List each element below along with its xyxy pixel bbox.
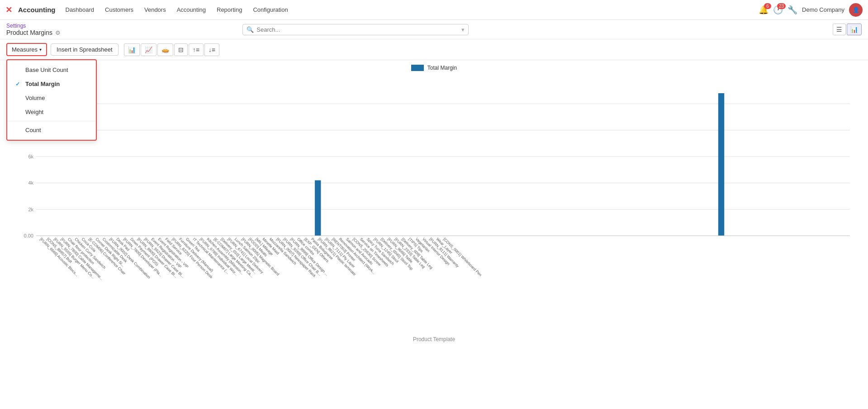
- wrench-icon: 🔧: [787, 5, 797, 15]
- list-view-btn[interactable]: ☰: [833, 24, 846, 35]
- chart-view-btn[interactable]: 📊: [847, 24, 862, 35]
- bar-chart-btn[interactable]: 📊: [124, 43, 140, 56]
- search-input[interactable]: [256, 26, 460, 33]
- activity-count: 23: [777, 3, 786, 9]
- nav-vendors[interactable]: Vendors: [140, 5, 171, 15]
- chart-area: Total Margin 0.002k4k6k8k10k[FURN_6666] …: [0, 60, 868, 344]
- svg-text:2k: 2k: [28, 207, 33, 212]
- measures-dropdown: Base Unit Count ✓ Total Margin Volume We…: [6, 59, 97, 141]
- dropdown-divider: [7, 121, 96, 121]
- brand-name: Accounting: [18, 6, 56, 14]
- dropdown-item-weight[interactable]: Weight: [7, 105, 96, 119]
- company-name: Demo Company: [802, 6, 844, 13]
- brand-logo: ✕ Accounting: [5, 5, 56, 15]
- search-dropdown-icon[interactable]: ▾: [461, 26, 465, 33]
- search-bar: 🔍 ▾: [242, 24, 469, 35]
- dropdown-item-total-margin[interactable]: ✓ Total Margin: [7, 77, 96, 91]
- breadcrumb: Settings Product Margins ⚙: [6, 23, 61, 36]
- chart-svg-container: 0.002k4k6k8k10k[FURN_6666] Acoustic Bloc…: [9, 73, 859, 335]
- breadcrumb-current: Product Margins ⚙: [6, 29, 61, 36]
- svg-text:4k: 4k: [28, 180, 33, 185]
- measures-caret-icon: ▾: [39, 47, 42, 52]
- breadcrumb-parent[interactable]: Settings: [6, 23, 61, 29]
- nav-customers[interactable]: Customers: [100, 5, 138, 15]
- line-chart-btn[interactable]: 📈: [141, 43, 157, 56]
- settings-gear-icon[interactable]: ⚙: [55, 29, 61, 36]
- bar-chart: 0.002k4k6k8k10k[FURN_6666] Acoustic Bloc…: [9, 73, 859, 335]
- topnav: ✕ Accounting Dashboard Customers Vendors…: [0, 0, 868, 20]
- svg-text:0.00: 0.00: [24, 233, 33, 238]
- pie-chart-btn[interactable]: 🥧: [157, 43, 173, 56]
- x-axis-label: Product Template: [9, 336, 859, 344]
- legend-label: Total Margin: [427, 65, 457, 71]
- avatar[interactable]: 👤: [849, 3, 863, 17]
- nav-configuration[interactable]: Configuration: [248, 5, 292, 15]
- notifications-bell[interactable]: 🔔 6: [759, 5, 768, 15]
- nav-dashboard[interactable]: Dashboard: [61, 5, 99, 15]
- nav-accounting[interactable]: Accounting: [172, 5, 210, 15]
- nav-reporting[interactable]: Reporting: [212, 5, 247, 15]
- measures-button[interactable]: Measures ▾: [6, 43, 47, 56]
- dropdown-item-count[interactable]: Count: [7, 123, 96, 137]
- dropdown-item-base-unit-count[interactable]: Base Unit Count: [7, 63, 96, 77]
- svg-rect-13: [718, 93, 724, 236]
- notifications-count: 6: [764, 3, 771, 9]
- svg-rect-12: [315, 181, 321, 236]
- chart-type-buttons: 📊 📈 🥧 ⊟ ↑≡ ↓≡: [124, 43, 219, 56]
- search-icon: 🔍: [247, 26, 254, 33]
- view-icons: ☰ 📊: [833, 24, 862, 35]
- subheader: Settings Product Margins ⚙ 🔍 ▾ ☰ 📊: [0, 20, 868, 39]
- chart-legend: Total Margin: [9, 65, 859, 71]
- ascending-sort-btn[interactable]: ↑≡: [189, 43, 204, 56]
- stacked-btn[interactable]: ⊟: [174, 43, 188, 56]
- nav-right: 🔔 6 🕐 23 🔧 Demo Company 👤: [759, 3, 863, 17]
- legend-color-swatch: [411, 65, 424, 71]
- toolbar: Measures ▾ Insert in Spreadsheet 📊 📈 🥧 ⊟…: [0, 39, 868, 60]
- activity-clock[interactable]: 🕐 23: [773, 5, 783, 15]
- measures-label: Measures: [12, 46, 38, 53]
- svg-text:6k: 6k: [28, 154, 33, 159]
- descending-sort-btn[interactable]: ↓≡: [204, 43, 219, 56]
- odoo-logo: ✕: [5, 5, 15, 15]
- dropdown-item-volume[interactable]: Volume: [7, 91, 96, 105]
- insert-spreadsheet-button[interactable]: Insert in Spreadsheet: [51, 43, 119, 56]
